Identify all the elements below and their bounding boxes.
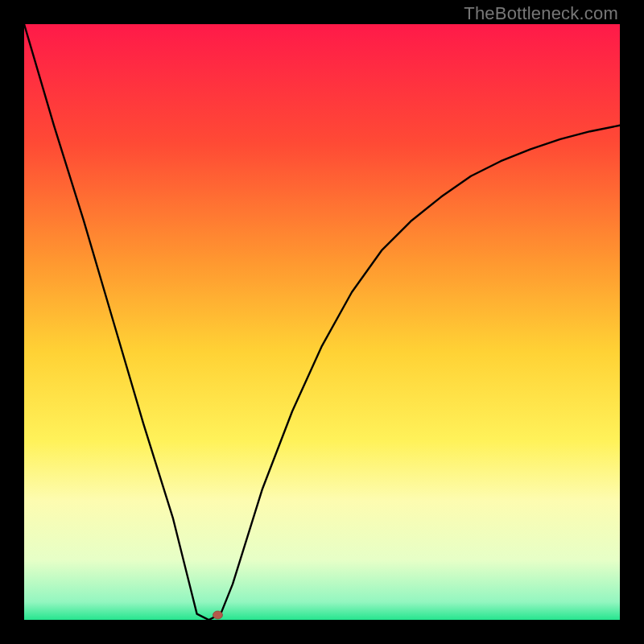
bottleneck-chart xyxy=(24,24,620,620)
watermark-label: TheBottleneck.com xyxy=(464,3,618,24)
plot-area xyxy=(24,24,620,620)
min-point-marker xyxy=(213,611,223,619)
chart-frame: TheBottleneck.com xyxy=(0,0,644,644)
